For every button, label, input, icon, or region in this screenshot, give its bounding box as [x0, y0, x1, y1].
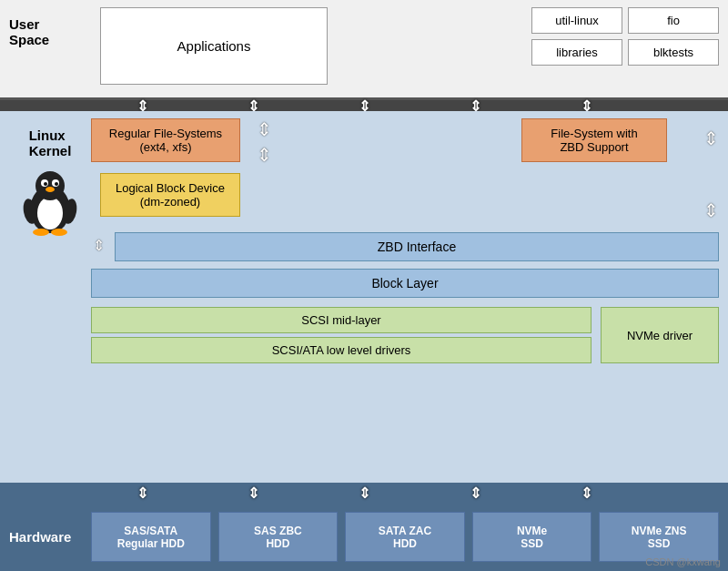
user-space-label: UserSpace [9, 7, 91, 47]
util-boxes: util-linux fio libraries blktests [531, 7, 719, 85]
user-kernel-boundary: ⇕ ⇕ ⇕ ⇕ ⇕ [0, 100, 728, 111]
applications-label: Applications [177, 38, 251, 54]
block-layer-box: Block Layer [91, 269, 719, 298]
hw-box-1: SAS ZBCHDD [218, 512, 339, 562]
kernel-label: LinuxKernel [29, 127, 72, 158]
dm-zoned-box: Logical Block Device (dm-zoned) [100, 173, 240, 217]
hw-arrow-2: ⇕ [248, 484, 259, 502]
blktests-box: blktests [628, 39, 719, 66]
hw-box-0: SAS/SATARegular HDD [91, 512, 211, 562]
mid-arrow-2: ⇕ [257, 144, 272, 166]
regular-fs-box: Regular File-Systems (ext4, xfs) [91, 118, 240, 162]
kernel-content: Regular File-Systems (ext4, xfs) Logical… [91, 118, 719, 475]
hw-arrow-4: ⇕ [470, 484, 481, 502]
zbd-interface-box: ZBD Interface [115, 232, 719, 261]
main-container: UserSpace Applications util-linux fio li… [0, 0, 728, 571]
scsi-column: SCSI mid-layer SCSI/ATA low level driver… [91, 307, 592, 363]
svg-point-7 [46, 187, 55, 192]
util-linux-box: util-linux [531, 7, 622, 34]
svg-point-5 [44, 182, 47, 186]
zbd-fs-box: File-System with ZBD Support [521, 118, 667, 162]
fio-box: fio [628, 7, 719, 34]
applications-box: Applications [100, 7, 328, 85]
scsi-mid-box: SCSI mid-layer [91, 307, 592, 333]
scsi-low-box: SCSI/ATA low level drivers [91, 337, 592, 363]
svg-point-2 [35, 171, 65, 200]
svg-point-1 [37, 197, 63, 229]
kernel-section: LinuxKernel [0, 111, 728, 483]
hardware-label: Hardware [9, 529, 84, 545]
mid-arrow-1: ⇕ [257, 118, 272, 140]
util-row-1: util-linux fio [531, 7, 719, 34]
hw-boxes: SAS/SATARegular HDD SAS ZBCHDD SATA ZACH… [91, 512, 719, 562]
hw-arrow-5: ⇕ [581, 484, 592, 502]
hw-arrow-3: ⇕ [359, 484, 370, 502]
right-arrow-2: ⇕ [703, 199, 719, 221]
svg-point-6 [55, 182, 58, 186]
hw-box-2: SATA ZACHDD [345, 512, 465, 562]
svg-point-9 [51, 229, 67, 236]
kernel-label-area: LinuxKernel [9, 118, 91, 475]
libraries-box: libraries [531, 39, 622, 66]
right-arrow-1: ⇕ [703, 127, 719, 149]
svg-point-8 [33, 229, 49, 236]
user-space-section: UserSpace Applications util-linux fio li… [0, 0, 728, 100]
watermark: CSDN @kxwang [645, 556, 721, 567]
tux-penguin [23, 171, 77, 240]
hw-box-4: NVMe ZNSSSD [599, 512, 719, 562]
hw-box-3: NVMeSSD [472, 512, 592, 562]
util-row-2: libraries blktests [531, 39, 719, 66]
hardware-section: Hardware SAS/SATARegular HDD SAS ZBCHDD … [0, 503, 728, 571]
user-space-content: Applications util-linux fio libraries bl… [100, 7, 719, 85]
kernel-top-row: Regular File-Systems (ext4, xfs) Logical… [91, 118, 719, 221]
nvme-box: NVMe driver [601, 307, 719, 363]
driver-row: SCSI mid-layer SCSI/ATA low level driver… [91, 307, 719, 363]
hw-arrow-1: ⇕ [136, 484, 148, 502]
hw-arrows-bar: ⇕ ⇕ ⇕ ⇕ ⇕ [0, 483, 728, 503]
left-zbd-arrow: ⇕ [93, 238, 105, 253]
